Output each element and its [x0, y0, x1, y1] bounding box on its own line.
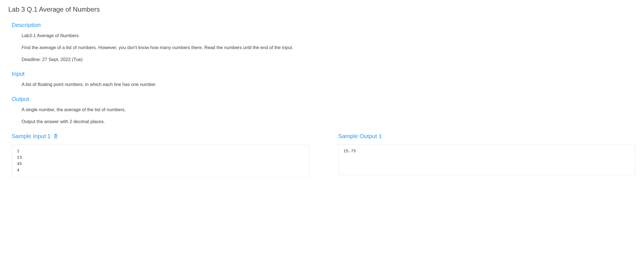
svg-rect-0 — [55, 134, 57, 138]
samples-row: Sample Input 1 1 13 45 4 Sample Output 1 — [12, 133, 636, 177]
sample-output-heading: Sample Output 1 — [338, 133, 382, 139]
sample-input-column: Sample Input 1 1 13 45 4 — [12, 133, 309, 177]
output-heading: Output — [12, 96, 636, 102]
input-heading: Input — [12, 70, 636, 77]
sample-output-heading-row: Sample Output 1 — [338, 133, 636, 139]
output-line: A single number, the average of the list… — [22, 106, 636, 113]
output-line: Output the answer with 2 decimal places. — [22, 118, 636, 125]
sample-output-box: 15.75 — [338, 144, 636, 175]
output-body: A single number, the average of the list… — [12, 106, 636, 125]
sample-input-box: 1 13 45 4 — [12, 144, 309, 177]
page-title: Lab 3 Q.1 Average of Numbers — [8, 6, 636, 13]
description-line: Find the average of a list of numbers. H… — [22, 44, 636, 51]
description-line: Deadline: 27 Sept, 2022 (Tue) — [22, 56, 636, 63]
description-line: Lab3-1 Average of Numbers — [22, 32, 636, 39]
description-body: Lab3-1 Average of Numbers Find the avera… — [12, 32, 636, 63]
input-line: A list of floating point numbers, in whi… — [22, 81, 636, 88]
sample-input-heading-row: Sample Input 1 — [12, 133, 309, 139]
sample-output-column: Sample Output 1 15.75 — [338, 133, 636, 177]
clipboard-icon[interactable] — [53, 133, 58, 139]
input-body: A list of floating point numbers, in whi… — [12, 81, 636, 88]
sample-input-heading: Sample Input 1 — [12, 133, 51, 139]
problem-content: Description Lab3-1 Average of Numbers Fi… — [8, 22, 636, 177]
description-heading: Description — [12, 22, 636, 28]
